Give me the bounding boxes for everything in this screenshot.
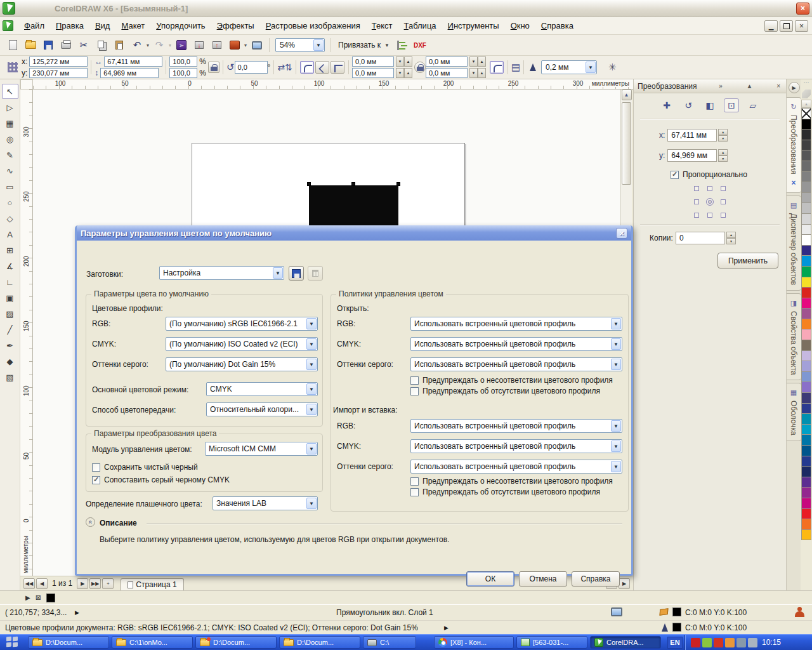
- anchor-point-selector[interactable]: [694, 186, 726, 218]
- color-swatch[interactable]: [801, 129, 811, 140]
- spin-up-icon[interactable]: ▲: [478, 68, 486, 78]
- taskbar-button[interactable]: [X8] - Кон...: [434, 636, 514, 649]
- scroll-up-icon[interactable]: ▲: [622, 90, 632, 100]
- rotation-angle-field[interactable]: 0,0: [235, 61, 268, 74]
- corner-radius-br-field[interactable]: 0,0 мм: [426, 68, 468, 78]
- taskbar-button[interactable]: C:\: [363, 636, 416, 649]
- paste-icon[interactable]: [111, 37, 128, 53]
- menu-bitmaps[interactable]: Растровые изображения: [260, 18, 366, 33]
- color-swatch[interactable]: [801, 308, 811, 319]
- docker-tab-object-properties[interactable]: ◨ Свойства объекта: [787, 293, 801, 381]
- transform-y-field[interactable]: 64,969 мм: [667, 149, 717, 162]
- menu-effects[interactable]: Эффекты: [211, 18, 260, 33]
- next-page-icon[interactable]: ▶: [77, 578, 88, 589]
- import-icon[interactable]: ↓: [191, 37, 207, 53]
- mouse-tray-icon[interactable]: [748, 638, 757, 647]
- chevron-down-icon[interactable]: ▼: [611, 461, 621, 472]
- primary-color-mode-combo[interactable]: CMYK ▼: [206, 382, 318, 396]
- save-preset-button[interactable]: [289, 266, 304, 281]
- object-height-field[interactable]: 64,969 мм: [100, 68, 159, 78]
- current-color-swatch[interactable]: [46, 594, 55, 602]
- open-icon[interactable]: [22, 37, 39, 53]
- policy-combo[interactable]: Использовать встроенный цветовой профиль…: [410, 357, 622, 371]
- vertical-ruler[interactable]: 300250200150100500 миллиметры: [20, 90, 33, 576]
- color-swatch[interactable]: [801, 329, 811, 340]
- cut-icon[interactable]: ✂: [75, 37, 92, 53]
- spin-up-icon[interactable]: ▲: [726, 232, 736, 238]
- docker-tab-envelope[interactable]: ▦ Оболочка: [787, 383, 801, 441]
- horizontal-ruler[interactable]: 10050050100150200250300 миллиметры: [33, 79, 633, 90]
- docker-tab-transformations[interactable]: ↻ Преобразования: [787, 97, 801, 193]
- chevron-down-icon[interactable]: ▼: [273, 267, 283, 279]
- policy-combo[interactable]: Использовать встроенный цветовой профиль…: [410, 419, 622, 433]
- color-swatch[interactable]: [801, 213, 811, 225]
- spin-down-icon[interactable]: ▼: [718, 156, 728, 162]
- table-tool[interactable]: ⊞: [2, 242, 18, 258]
- artistic-media-tool[interactable]: ∿: [2, 163, 18, 178]
- no-color-swatch[interactable]: [801, 108, 811, 119]
- spin-down-icon[interactable]: ▼: [396, 68, 404, 78]
- color-swatch[interactable]: [801, 319, 811, 330]
- position-transform-icon[interactable]: ✚: [659, 98, 674, 112]
- antivirus-tray-icon[interactable]: [702, 638, 712, 647]
- palette-grip[interactable]: ⋯: [801, 79, 812, 90]
- color-swatch[interactable]: [801, 298, 811, 309]
- relative-corner-scaling-button[interactable]: [490, 61, 504, 74]
- menu-arrange[interactable]: Упорядочить: [150, 18, 211, 33]
- chevron-down-icon[interactable]: ▼: [306, 318, 317, 329]
- fill-tool[interactable]: ◆: [2, 354, 18, 369]
- chevron-down-icon[interactable]: ▼: [586, 62, 596, 73]
- policy-combo[interactable]: Использовать встроенный цветовой профиль…: [410, 439, 622, 453]
- docker-collapse-icon[interactable]: ▲: [745, 83, 755, 90]
- object-width-field[interactable]: 67,411 мм: [104, 56, 162, 67]
- scalloped-corner-button[interactable]: [315, 61, 329, 74]
- fill-color-swatch[interactable]: [672, 607, 681, 616]
- round-corner-button[interactable]: [300, 61, 314, 74]
- color-swatch[interactable]: [801, 277, 811, 288]
- ellipse-tool[interactable]: ○: [2, 195, 18, 210]
- dialog-button[interactable]: ОК: [466, 571, 514, 587]
- rendering-intent-combo[interactable]: Относительный колори... ▼: [206, 402, 318, 416]
- menu-tools[interactable]: Инструменты: [442, 18, 505, 33]
- dimension-tool[interactable]: ∡: [2, 258, 18, 274]
- display-tray-icon[interactable]: [737, 638, 746, 647]
- scrollbar-thumb[interactable]: [622, 102, 631, 185]
- color-swatch[interactable]: [801, 287, 811, 298]
- mirror-vertical-icon[interactable]: ⇅: [285, 62, 292, 72]
- proof-colors-icon[interactable]: [611, 607, 622, 616]
- proportional-checkbox[interactable]: [671, 171, 679, 179]
- dialog-title-bar[interactable]: Параметры управления цветом по умолчанию…: [77, 225, 631, 241]
- previous-page-icon[interactable]: ◀: [36, 578, 48, 589]
- pick-tool[interactable]: ↖: [2, 84, 18, 99]
- color-swatch[interactable]: [801, 434, 811, 446]
- taskbar-button[interactable]: C:\1\onMo...: [112, 636, 193, 649]
- color-swatch[interactable]: [801, 477, 811, 488]
- scroll-right-icon[interactable]: ▶: [619, 578, 630, 589]
- user-icon[interactable]: [794, 607, 804, 617]
- color-swatch[interactable]: [801, 487, 811, 498]
- dxf-export-icon[interactable]: DXF: [412, 37, 428, 53]
- export-icon[interactable]: ↑: [209, 37, 225, 53]
- eyedropper-icon[interactable]: [802, 90, 811, 98]
- color-engine-combo[interactable]: Microsoft ICM CMM ▼: [205, 442, 318, 456]
- flyout-arrow-icon[interactable]: ▶: [25, 594, 30, 601]
- color-swatch[interactable]: [801, 234, 811, 246]
- menu-table[interactable]: Таблица: [398, 18, 442, 33]
- color-swatch[interactable]: [801, 255, 811, 267]
- outline-color-swatch[interactable]: [672, 623, 681, 632]
- selection-handle[interactable]: [307, 182, 311, 186]
- spin-up-icon[interactable]: ▲: [404, 56, 412, 67]
- color-swatch[interactable]: [801, 340, 811, 351]
- scale-x-field[interactable]: 100,0: [169, 56, 197, 67]
- chevron-down-icon[interactable]: ▼: [611, 441, 621, 452]
- color-swatch[interactable]: [801, 161, 811, 172]
- chevron-down-icon[interactable]: ▼: [306, 359, 317, 370]
- color-swatch[interactable]: [801, 529, 811, 541]
- color-swatch[interactable]: [801, 202, 811, 214]
- checkbox[interactable]: [410, 376, 419, 385]
- add-page-icon[interactable]: +: [102, 578, 114, 589]
- transparency-tool[interactable]: ▨: [2, 306, 18, 321]
- gear-icon[interactable]: ✳: [608, 62, 617, 73]
- chevron-down-icon[interactable]: ▼: [313, 39, 324, 51]
- chevron-down-icon[interactable]: ▼: [306, 443, 317, 454]
